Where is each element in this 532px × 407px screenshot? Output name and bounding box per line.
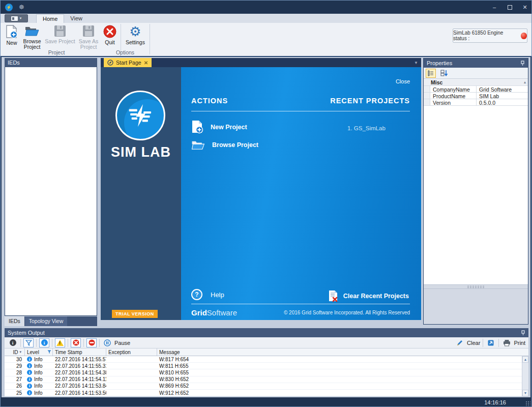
browse-project-icon xyxy=(191,139,205,151)
start-page-close-button[interactable]: Close xyxy=(396,78,410,84)
quit-button[interactable]: Quit xyxy=(101,24,119,45)
ban-icon xyxy=(88,339,95,346)
copyright-text: © 2016 Grid Software Incorporated. All R… xyxy=(284,310,410,315)
export-button[interactable] xyxy=(486,338,496,347)
tab-ieds[interactable]: IEDs xyxy=(5,316,24,326)
new-document-icon xyxy=(6,25,18,39)
quick-access-gear-icon[interactable]: ☸ xyxy=(19,4,24,11)
recent-project-item[interactable]: 1. GS_SimLab xyxy=(347,125,386,131)
log-row[interactable]: 30 iInfo 22.07.2016 14:11:55.5794 W:817 … xyxy=(5,356,528,363)
engine-status-red-icon xyxy=(521,33,527,39)
error-filter-button[interactable] xyxy=(71,338,81,347)
printer-icon xyxy=(503,339,511,346)
maximize-icon xyxy=(508,5,512,10)
tab-home[interactable]: Home xyxy=(36,14,64,23)
category-row-misc[interactable]: Misc ▴ xyxy=(424,79,528,86)
log-row[interactable]: 26 iInfo 22.07.2016 14:11:53.846 W:869 H… xyxy=(5,383,528,390)
properties-toolbar xyxy=(424,68,528,79)
tab-view[interactable]: View xyxy=(64,14,88,23)
properties-panel: Properties Misc xyxy=(423,58,528,325)
print-button[interactable] xyxy=(501,338,512,347)
info-dark-icon: i xyxy=(10,339,16,346)
tab-start-page[interactable]: Start Page ✕ xyxy=(104,58,152,67)
warning-filter-button[interactable] xyxy=(55,338,65,347)
column-header-message[interactable]: Message xyxy=(157,348,528,356)
app-menu-button[interactable]: ▾ xyxy=(5,14,28,22)
document-tab-strip: Start Page ✕ ▼ xyxy=(101,58,421,67)
pause-label: Pause xyxy=(114,340,130,346)
column-header-id[interactable]: ID ▾ xyxy=(5,348,25,356)
close-button[interactable]: ✕ xyxy=(517,1,532,14)
az-sort-icon xyxy=(440,70,448,76)
close-icon: ✕ xyxy=(522,4,527,11)
new-project-action[interactable]: New Project xyxy=(191,120,247,134)
property-value[interactable]: SIM Lab xyxy=(477,93,528,99)
clear-recent-projects-action[interactable]: Clear Recent Projects xyxy=(328,290,409,302)
tab-close-icon[interactable]: ✕ xyxy=(144,60,148,66)
pin-icon[interactable] xyxy=(521,330,525,336)
system-output-title: System Output xyxy=(8,330,45,336)
ieds-tree-area[interactable] xyxy=(5,67,97,316)
settings-button[interactable]: ⚙ Settings xyxy=(123,24,147,45)
info-filter-button[interactable]: i xyxy=(39,338,49,347)
property-row[interactable]: ProductName SIM Lab xyxy=(424,93,528,99)
simlab-logo-icon xyxy=(115,91,165,140)
scroll-down-icon[interactable]: ▼ xyxy=(522,390,528,396)
funnel-icon xyxy=(25,340,32,346)
ieds-panel: IEDs IEDs Topology View xyxy=(5,58,97,326)
engine-status-label: SimLab 61850 Engine status : xyxy=(453,30,518,41)
chevron-down-icon: ▾ xyxy=(20,16,22,20)
scroll-up-icon[interactable]: ▲ xyxy=(522,356,528,363)
log-table-header: ID ▾ Level Time Stamp Exception Message xyxy=(5,348,528,356)
minimize-button[interactable]: – xyxy=(487,1,502,14)
tab-start-page-label: Start Page xyxy=(116,60,141,66)
maximize-button[interactable] xyxy=(502,1,517,14)
critical-filter-button[interactable] xyxy=(86,338,97,347)
column-header-exception[interactable]: Exception xyxy=(106,348,157,356)
system-output-toolbar: i i xyxy=(5,337,528,348)
property-value[interactable]: 0.5.0.0 xyxy=(477,99,528,105)
log-row[interactable]: 27 iInfo 22.07.2016 14:11:54.1126 W:830 … xyxy=(5,376,528,383)
browse-project-action[interactable]: Browse Project xyxy=(191,139,258,151)
title-bar: ⚡ ☸ – ✕ xyxy=(1,1,532,14)
pause-button[interactable] xyxy=(102,338,112,347)
column-header-level[interactable]: Level xyxy=(25,348,53,356)
tab-list-dropdown-icon[interactable]: ▼ xyxy=(414,61,418,65)
property-value[interactable]: Grid Software xyxy=(477,86,528,92)
property-row[interactable]: CompanyName Grid Software xyxy=(424,86,528,93)
new-button[interactable]: New xyxy=(4,24,20,46)
log-row[interactable]: 29 iInfo 22.07.2016 14:11:55.3139 W:811 … xyxy=(5,363,528,369)
browse-project-button[interactable]: Browse Project xyxy=(20,24,44,50)
alphabetical-sort-button[interactable] xyxy=(439,69,449,78)
info-icon: i xyxy=(27,390,32,395)
filter-button[interactable] xyxy=(23,338,34,347)
brand-logo: GridSoftware xyxy=(191,308,237,317)
properties-grid: Misc ▴ CompanyName Grid Software Product… xyxy=(424,79,528,106)
categorized-view-button[interactable] xyxy=(426,69,436,78)
help-action[interactable]: ? Help xyxy=(191,289,224,300)
tab-topology-view[interactable]: Topology View xyxy=(24,316,68,326)
start-page: SIM LAB TRIAL VERSION Close ACTIONS RECE… xyxy=(101,67,421,320)
save-as-project-button: Save As Project xyxy=(76,24,101,50)
actions-heading: ACTIONS xyxy=(191,97,228,105)
property-row[interactable]: Version 0.5.0.0 xyxy=(424,99,528,106)
property-description-area xyxy=(424,289,528,324)
ribbon-tab-row: ▾ Home View xyxy=(1,14,532,23)
clear-log-button[interactable] xyxy=(455,338,465,347)
info-icon: i xyxy=(41,339,48,346)
all-messages-button[interactable]: i xyxy=(8,338,18,347)
open-folder-icon xyxy=(25,25,39,37)
resize-grip[interactable] xyxy=(525,401,530,406)
new-project-label: New Project xyxy=(211,124,247,131)
start-page-content: Close ACTIONS RECENT PROJECTS New Projec… xyxy=(181,67,421,320)
gear-icon: ⚙ xyxy=(129,25,141,38)
properties-splitter[interactable] xyxy=(424,284,528,289)
log-row[interactable]: 25 iInfo 22.07.2016 14:11:53.5699 W:912 … xyxy=(5,390,528,396)
log-row[interactable]: 28 iInfo 22.07.2016 14:11:54.382 W:810 H… xyxy=(5,369,528,376)
ieds-panel-header: IEDs xyxy=(5,58,97,67)
column-header-timestamp[interactable]: Time Stamp xyxy=(53,348,106,356)
info-icon: i xyxy=(27,377,32,382)
pin-icon[interactable] xyxy=(520,61,525,66)
log-scrollbar[interactable]: ▲ ▼ xyxy=(522,356,528,396)
logo-text: SIM LAB xyxy=(101,144,181,160)
